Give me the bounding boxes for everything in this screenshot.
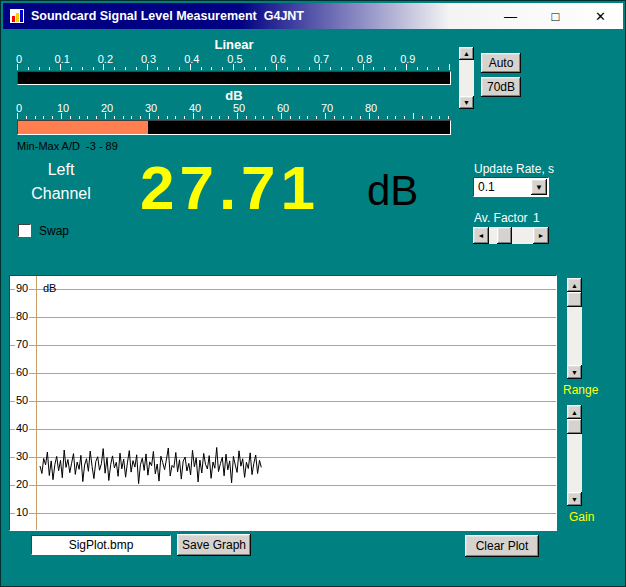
tick-mark xyxy=(211,116,212,119)
tick-mark xyxy=(299,116,300,119)
tick-mark xyxy=(363,64,364,70)
range-scrollbar[interactable]: ▲ ▼ xyxy=(567,278,582,379)
70db-button[interactable]: 70dB xyxy=(481,77,521,97)
tick-mark xyxy=(395,116,396,119)
tick-mark xyxy=(157,67,158,70)
tick-mark xyxy=(114,67,115,70)
signal-plot: 908070605040302010 dB xyxy=(9,275,557,531)
tick-mark xyxy=(175,116,176,119)
db-bar-fill xyxy=(18,121,148,134)
tick-mark xyxy=(281,113,282,119)
tick-mark xyxy=(439,116,440,119)
tick-mark xyxy=(378,116,379,119)
maximize-icon: □ xyxy=(552,9,560,24)
tick-mark xyxy=(233,64,234,70)
tick-mark xyxy=(438,67,439,70)
av-factor-scrollbar-thumb[interactable] xyxy=(497,227,512,244)
tick-mark xyxy=(369,113,370,119)
save-graph-button[interactable]: Save Graph xyxy=(177,534,251,556)
window-title: Soundcard Signal Level Measurement G4JNT xyxy=(31,9,304,23)
tick-mark xyxy=(71,67,72,70)
tick-mark xyxy=(384,67,385,70)
tick-mark xyxy=(105,113,106,119)
70db-button-label: 70dB xyxy=(487,80,515,94)
window-titlebar[interactable]: Soundcard Signal Level Measurement G4JNT… xyxy=(3,3,623,29)
up-arrow-icon: ▲ xyxy=(571,409,578,416)
tick-mark xyxy=(202,116,203,119)
tick-mark xyxy=(147,64,148,70)
tick-mark xyxy=(123,116,124,119)
tick-mark xyxy=(341,67,342,70)
tick-mark xyxy=(228,116,229,119)
tick-mark xyxy=(255,116,256,119)
tick-mark xyxy=(26,116,27,119)
update-rate-combobox[interactable]: 0.1 ▼ xyxy=(473,177,549,197)
tick-mark xyxy=(263,116,264,119)
gain-scrollbar-thumb[interactable] xyxy=(567,419,582,434)
down-arrow-icon: ▼ xyxy=(571,496,578,503)
minimize-icon: — xyxy=(504,9,517,24)
maximize-button[interactable]: □ xyxy=(533,3,578,29)
db-level-bar xyxy=(17,120,451,135)
tick-mark xyxy=(96,116,97,119)
av-factor-scroll-left-button[interactable]: ◄ xyxy=(473,227,489,244)
swap-checkbox[interactable] xyxy=(18,224,31,237)
tick-mark xyxy=(28,67,29,70)
tick-mark xyxy=(136,67,137,70)
tick-mark xyxy=(276,64,277,70)
tick-mark xyxy=(272,116,273,119)
tick-mark xyxy=(93,67,94,70)
range-scroll-up-button[interactable]: ▲ xyxy=(567,278,582,292)
tick-mark xyxy=(246,116,247,119)
tick-mark xyxy=(448,116,449,119)
level-range-scrollbar[interactable]: ▲ ▼ xyxy=(459,47,474,109)
range-scroll-down-button[interactable]: ▼ xyxy=(567,365,582,379)
tick-mark xyxy=(219,116,220,119)
tick-mark xyxy=(35,116,36,119)
auto-button[interactable]: Auto xyxy=(481,53,521,73)
update-rate-label: Update Rate, s xyxy=(474,162,554,176)
gain-label: Gain xyxy=(569,510,594,524)
tick-mark xyxy=(307,116,308,119)
gain-scrollbar[interactable]: ▲ ▼ xyxy=(567,405,582,506)
tick-mark xyxy=(125,67,126,70)
tick-mark xyxy=(222,67,223,70)
tick-mark xyxy=(255,67,256,70)
app-window: Soundcard Signal Level Measurement G4JNT… xyxy=(0,0,626,587)
tick-mark xyxy=(39,67,40,70)
level-scroll-up-button[interactable]: ▲ xyxy=(459,47,474,60)
tick-mark xyxy=(373,67,374,70)
update-rate-dropdown-button[interactable]: ▼ xyxy=(531,179,547,195)
tick-mark xyxy=(201,67,202,70)
tick-mark xyxy=(325,113,326,119)
av-factor-label: Av. Factor xyxy=(474,211,528,225)
filename-input[interactable] xyxy=(31,535,171,555)
tick-mark xyxy=(167,116,168,119)
av-factor-scroll-right-button[interactable]: ► xyxy=(533,227,549,244)
clear-plot-button[interactable]: Clear Plot xyxy=(465,535,539,557)
tick-mark xyxy=(140,116,141,119)
close-button[interactable]: ✕ xyxy=(578,3,623,29)
tick-mark xyxy=(17,64,18,70)
tick-mark xyxy=(290,116,291,119)
gain-scroll-up-button[interactable]: ▲ xyxy=(567,405,582,419)
linear-meter-title: Linear xyxy=(17,37,451,52)
av-factor-scrollbar[interactable]: ◄ ► xyxy=(473,227,549,244)
down-arrow-icon: ▼ xyxy=(571,369,578,376)
tick-mark xyxy=(60,64,61,70)
tick-mark xyxy=(287,67,288,70)
auto-button-label: Auto xyxy=(489,56,514,70)
tick-mark xyxy=(43,116,44,119)
tick-mark xyxy=(309,67,310,70)
tick-mark xyxy=(319,64,320,70)
av-factor-value: 1 xyxy=(533,211,540,225)
level-unit-label: dB xyxy=(367,167,418,215)
app-icon[interactable] xyxy=(9,8,25,24)
minimize-button[interactable]: — xyxy=(488,3,533,29)
tick-mark xyxy=(417,67,418,70)
tick-mark xyxy=(316,116,317,119)
gain-scroll-down-button[interactable]: ▼ xyxy=(567,492,582,506)
tick-mark xyxy=(330,67,331,70)
level-scroll-down-button[interactable]: ▼ xyxy=(459,96,474,109)
range-scrollbar-thumb[interactable] xyxy=(567,292,582,307)
